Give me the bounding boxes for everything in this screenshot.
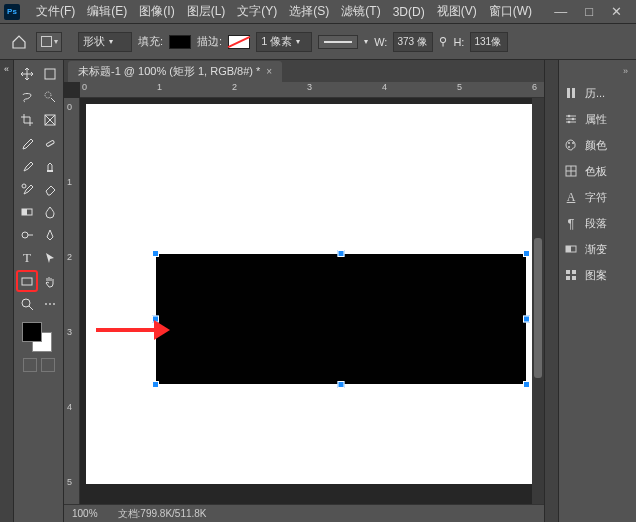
panel-history[interactable]: 历... (563, 80, 632, 106)
tab-title: 未标题-1 @ 100% (矩形 1, RGB/8#) * (78, 64, 260, 79)
stroke-style-caret-icon: ▾ (364, 37, 368, 46)
screenmode-icon[interactable] (41, 358, 55, 372)
healing-tool[interactable] (40, 133, 60, 153)
rectangle-tool[interactable] (17, 271, 37, 291)
edit-toolbar-icon[interactable]: ⋯ (40, 294, 60, 314)
panel-label: 图案 (585, 268, 607, 283)
ruler-v-tick: 4 (67, 402, 72, 412)
gradient-tool[interactable] (17, 202, 37, 222)
panel-gradient[interactable]: 渐变 (563, 236, 632, 262)
height-field[interactable] (470, 32, 508, 52)
svg-rect-9 (22, 278, 32, 285)
menu-layer[interactable]: 图层(L) (181, 3, 232, 20)
menu-view[interactable]: 视图(V) (431, 3, 483, 20)
window-close-icon[interactable]: ✕ (611, 4, 622, 19)
fill-swatch[interactable] (169, 35, 191, 49)
panel-patterns[interactable]: 图案 (563, 262, 632, 288)
shape-mode-dropdown[interactable]: 形状▾ (78, 32, 132, 52)
stroke-swatch[interactable] (228, 35, 250, 49)
lasso-tool[interactable] (17, 87, 37, 107)
ruler-h-tick: 2 (232, 82, 237, 92)
transform-handle-tr[interactable] (523, 250, 530, 257)
left-collapse-strip[interactable]: « (0, 60, 14, 522)
menu-select[interactable]: 选择(S) (283, 3, 335, 20)
move-tool[interactable] (17, 64, 37, 84)
doc-info-value: 799.8K/511.8K (140, 508, 206, 519)
dodge-tool[interactable] (17, 225, 37, 245)
doc-info[interactable]: 文档:799.8K/511.8K (118, 507, 207, 521)
panel-label: 属性 (585, 112, 607, 127)
document-tab[interactable]: 未标题-1 @ 100% (矩形 1, RGB/8#) * × (68, 61, 282, 82)
hand-tool[interactable] (40, 271, 60, 291)
panel-properties[interactable]: 属性 (563, 106, 632, 132)
scrollbar-thumb[interactable] (534, 238, 542, 378)
stroke-size-dropdown[interactable]: 1 像素▾ (256, 32, 312, 52)
menu-file[interactable]: 文件(F) (30, 3, 81, 20)
panel-label: 段落 (585, 216, 607, 231)
panel-label: 色板 (585, 164, 607, 179)
width-field[interactable] (393, 32, 433, 52)
type-tool[interactable]: T (17, 248, 37, 268)
panel-swatches[interactable]: 色板 (563, 158, 632, 184)
menu-filter[interactable]: 滤镜(T) (335, 3, 386, 20)
transform-handle-bl[interactable] (152, 381, 159, 388)
expand-panels-icon[interactable]: » (563, 66, 632, 76)
menu-edit[interactable]: 编辑(E) (81, 3, 133, 20)
canvas[interactable] (86, 104, 536, 484)
ruler-v-tick: 0 (67, 102, 72, 112)
menu-3d[interactable]: 3D(D) (387, 5, 431, 19)
brush-tool[interactable] (17, 156, 37, 176)
panel-paragraph[interactable]: ¶ 段落 (563, 210, 632, 236)
document-tabs: 未标题-1 @ 100% (矩形 1, RGB/8#) * × (64, 60, 544, 82)
menu-image[interactable]: 图像(I) (133, 3, 180, 20)
pen-tool[interactable] (40, 225, 60, 245)
svg-point-16 (568, 142, 570, 144)
transform-handle-tl[interactable] (152, 250, 159, 257)
eraser-tool[interactable] (40, 179, 60, 199)
ruler-vertical[interactable]: 0 1 2 3 4 5 (64, 98, 80, 504)
path-select-tool[interactable] (40, 248, 60, 268)
panel-color[interactable]: 颜色 (563, 132, 632, 158)
color-swatches[interactable] (16, 320, 61, 354)
artboard-tool[interactable] (40, 64, 60, 84)
clone-tool[interactable] (40, 156, 60, 176)
width-label: W: (374, 36, 387, 48)
canvas-viewport[interactable] (80, 98, 544, 504)
color-icon (563, 137, 579, 153)
link-wh-icon[interactable]: ⚲ (439, 35, 447, 48)
home-icon[interactable] (8, 31, 30, 53)
window-maximize-icon[interactable]: □ (585, 4, 593, 19)
ruler-h-tick: 0 (82, 82, 87, 92)
window-minimize-icon[interactable]: — (554, 4, 567, 19)
blur-tool[interactable] (40, 202, 60, 222)
menu-type[interactable]: 文字(Y) (231, 3, 283, 20)
tool-preset-dropdown[interactable]: ▾ (36, 32, 62, 52)
quick-select-tool[interactable] (40, 87, 60, 107)
tab-close-icon[interactable]: × (266, 66, 272, 77)
svg-point-10 (22, 299, 30, 307)
svg-point-1 (45, 92, 51, 98)
fill-label: 填充: (138, 34, 163, 49)
transform-handle-mr[interactable] (523, 316, 530, 323)
transform-handle-tm[interactable] (338, 250, 345, 257)
crop-tool[interactable] (17, 110, 37, 130)
frame-tool[interactable] (40, 110, 60, 130)
svg-rect-23 (572, 270, 576, 274)
stroke-label: 描边: (197, 34, 222, 49)
zoom-level[interactable]: 100% (72, 508, 98, 519)
menu-window[interactable]: 窗口(W) (483, 3, 538, 20)
panel-label: 历... (585, 86, 605, 101)
ruler-horizontal[interactable]: 0 1 2 3 4 5 6 (80, 82, 544, 98)
right-collapse-strip[interactable] (544, 60, 558, 522)
stroke-style-dropdown[interactable] (318, 35, 358, 49)
quickmask-icon[interactable] (23, 358, 37, 372)
transform-handle-bm[interactable] (338, 381, 345, 388)
zoom-tool[interactable] (17, 294, 37, 314)
eyedropper-tool[interactable] (17, 133, 37, 153)
history-brush-tool[interactable] (17, 179, 37, 199)
scrollbar-vertical[interactable] (532, 98, 544, 504)
foreground-color-swatch[interactable] (22, 322, 42, 342)
rectangle-shape[interactable] (156, 254, 526, 384)
transform-handle-br[interactable] (523, 381, 530, 388)
panel-character[interactable]: A 字符 (563, 184, 632, 210)
